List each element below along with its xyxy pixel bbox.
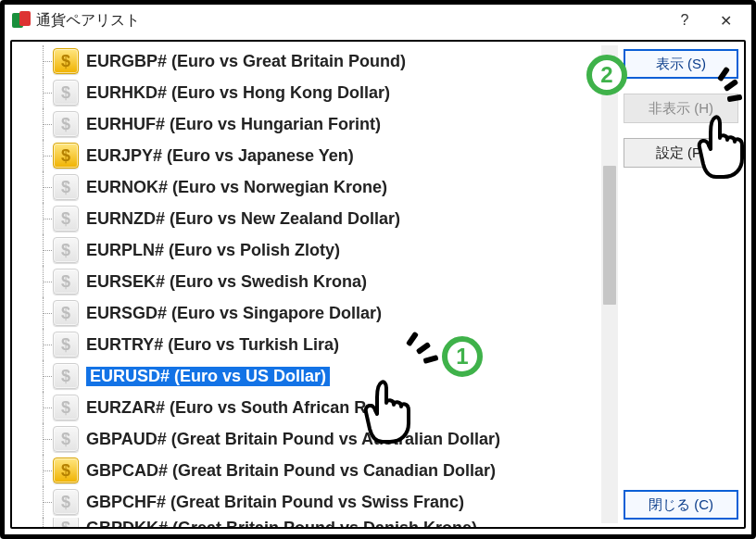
dollar-grey-icon: $ bbox=[53, 426, 79, 452]
dollar-grey-icon: $ bbox=[53, 332, 79, 357]
dollar-grey-icon: $ bbox=[53, 489, 79, 515]
symbol-label: EURGBP# (Euro vs Great Britain Pound) bbox=[86, 52, 406, 70]
symbol-row[interactable]: $EURHKD# (Euro vs Hong Kong Dollar) bbox=[34, 77, 599, 108]
action-column: 表示 (S) 非表示 (H) 設定 (P) 閉じる (C) bbox=[618, 42, 744, 527]
symbol-row[interactable]: $GBPAUD# (Great Britain Pound vs Austral… bbox=[34, 423, 599, 455]
dollar-grey-icon: $ bbox=[53, 111, 79, 137]
dollar-grey-icon: $ bbox=[53, 237, 79, 263]
dollar-grey-icon: $ bbox=[53, 206, 79, 232]
dollar-grey-icon: $ bbox=[53, 174, 79, 200]
titlebar: 通貨ペアリスト ? ✕ bbox=[5, 5, 751, 36]
tree-connector bbox=[34, 234, 53, 266]
symbol-row[interactable]: $EURJPY# (Euro vs Japanese Yen) bbox=[34, 140, 599, 171]
dollar-gold-icon: $ bbox=[53, 458, 79, 483]
window-title: 通貨ペアリスト bbox=[12, 11, 140, 31]
symbol-label: EURJPY# (Euro vs Japanese Yen) bbox=[86, 146, 354, 165]
symbol-row[interactable]: $EURUSD# (Euro vs US Dollar) bbox=[34, 360, 599, 392]
symbol-label: GBPAUD# (Great Britain Pound vs Australi… bbox=[86, 430, 500, 448]
symbol-row[interactable]: $EURNZD# (Euro vs New Zealand Dollar) bbox=[34, 203, 599, 234]
tree-connector bbox=[34, 455, 53, 486]
symbol-label: EURZAR# (Euro vs South African Rand) bbox=[86, 398, 401, 417]
annotation-step-2: 2 bbox=[586, 55, 627, 95]
symbol-row[interactable]: $GBPCAD# (Great Britain Pound vs Canadia… bbox=[34, 455, 599, 486]
tree-connector bbox=[34, 140, 53, 171]
tree-connector bbox=[34, 423, 53, 455]
tree-connector bbox=[34, 108, 53, 140]
symbol-label: GBPCHF# (Great Britain Pound vs Swiss Fr… bbox=[86, 493, 464, 511]
window-close-button[interactable]: ✕ bbox=[705, 7, 746, 33]
symbol-label: EURHKD# (Euro vs Hong Kong Dollar) bbox=[86, 83, 390, 102]
close-button[interactable]: 閉じる (C) bbox=[624, 490, 738, 520]
app-icon bbox=[12, 11, 31, 30]
symbol-label: EURSEK# (Euro vs Swedish Krona) bbox=[86, 272, 367, 291]
symbol-label: GBPCAD# (Great Britain Pound vs Canadian… bbox=[86, 461, 496, 480]
symbol-label: EURSGD# (Euro vs Singapore Dollar) bbox=[86, 304, 382, 322]
symbol-tree[interactable]: $EURGBP# (Euro vs Great Britain Pound)$E… bbox=[34, 42, 599, 527]
tree-connector bbox=[34, 392, 53, 423]
dollar-grey-icon: $ bbox=[53, 363, 79, 389]
tree-connector bbox=[34, 329, 53, 360]
dollar-grey-icon: $ bbox=[53, 80, 79, 106]
symbol-label: EURTRY# (Euro vs Turkish Lira) bbox=[86, 335, 339, 354]
dollar-grey-icon: $ bbox=[53, 395, 79, 420]
tree-connector bbox=[34, 360, 53, 392]
dollar-gold-icon: $ bbox=[53, 143, 79, 169]
scrollbar-thumb[interactable] bbox=[603, 166, 616, 305]
window-title-text: 通貨ペアリスト bbox=[36, 11, 140, 31]
symbol-row[interactable]: $EURZAR# (Euro vs South African Rand) bbox=[34, 392, 599, 423]
symbol-row[interactable]: $EURPLN# (Euro vs Polish Zloty) bbox=[34, 234, 599, 266]
symbol-row[interactable]: $EURNOK# (Euro vs Norwegian Krone) bbox=[34, 171, 599, 203]
show-button[interactable]: 表示 (S) bbox=[624, 49, 738, 79]
scrollbar[interactable] bbox=[601, 45, 618, 523]
symbol-label: EURHUF# (Euro vs Hungarian Forint) bbox=[86, 115, 381, 133]
symbol-label: EURUSD# (Euro vs US Dollar) bbox=[90, 367, 326, 385]
symbol-row[interactable]: $GBPDKK# (Great Britain Pound vs Danish … bbox=[34, 518, 599, 527]
tree-connector bbox=[34, 486, 53, 518]
dollar-grey-icon: $ bbox=[53, 269, 79, 295]
dollar-gold-icon: $ bbox=[53, 48, 79, 74]
tree-connector bbox=[34, 77, 53, 108]
dollar-grey-icon: $ bbox=[53, 518, 79, 527]
symbol-tree-area: $EURGBP# (Euro vs Great Britain Pound)$E… bbox=[34, 42, 618, 527]
window-frame: 通貨ペアリスト ? ✕ $EURGBP# (Euro vs Great Brit… bbox=[0, 0, 756, 539]
hide-button[interactable]: 非表示 (H) bbox=[624, 94, 738, 123]
symbol-row[interactable]: $GBPCHF# (Great Britain Pound vs Swiss F… bbox=[34, 486, 599, 518]
symbol-row[interactable]: $EURSEK# (Euro vs Swedish Krona) bbox=[34, 266, 599, 297]
tree-connector bbox=[34, 518, 53, 527]
symbol-row[interactable]: $EURTRY# (Euro vs Turkish Lira) bbox=[34, 329, 599, 360]
tree-connector bbox=[34, 45, 53, 77]
tree-connector bbox=[34, 297, 53, 329]
left-gutter bbox=[12, 42, 34, 527]
symbol-label: EURNZD# (Euro vs New Zealand Dollar) bbox=[86, 209, 400, 228]
symbol-label: EURNOK# (Euro vs Norwegian Krone) bbox=[86, 178, 387, 196]
dialog-panel: $EURGBP# (Euro vs Great Britain Pound)$E… bbox=[10, 40, 746, 529]
symbol-row[interactable]: $EURSGD# (Euro vs Singapore Dollar) bbox=[34, 297, 599, 329]
dollar-grey-icon: $ bbox=[53, 300, 79, 326]
tree-connector bbox=[34, 203, 53, 234]
tree-connector bbox=[34, 171, 53, 203]
symbol-row[interactable]: $EURHUF# (Euro vs Hungarian Forint) bbox=[34, 108, 599, 140]
help-button[interactable]: ? bbox=[664, 7, 705, 33]
annotation-step-1: 1 bbox=[442, 336, 483, 377]
symbol-label: EURPLN# (Euro vs Polish Zloty) bbox=[86, 241, 340, 259]
properties-button[interactable]: 設定 (P) bbox=[624, 138, 738, 168]
symbol-label: GBPDKK# (Great Britain Pound vs Danish K… bbox=[86, 519, 477, 528]
tree-connector bbox=[34, 266, 53, 297]
symbol-row[interactable]: $EURGBP# (Euro vs Great Britain Pound) bbox=[34, 45, 599, 77]
